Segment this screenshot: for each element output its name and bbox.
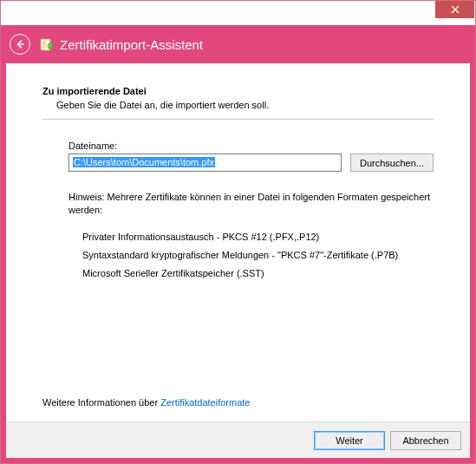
hint-text: Hinweis: Mehrere Zertifikate können in e… (68, 191, 434, 217)
header: Zertifikatimport-Assistent (1, 25, 475, 63)
divider (42, 119, 434, 120)
content: Zu importierende Datei Geben Sie die Dat… (6, 63, 470, 422)
format-item: Privater Informationsaustausch - PKCS #1… (82, 232, 434, 242)
file-label: Dateiname: (68, 141, 434, 151)
file-field: Dateiname: C:\Users\tom\Documents\tom.pf… (68, 141, 434, 191)
close-button[interactable] (435, 1, 474, 18)
file-path-value: C:\Users\tom\Documents\tom.pfx (73, 157, 215, 167)
content-wrap: Zu importierende Datei Geben Sie die Dat… (1, 63, 475, 463)
wizard-window: Zertifikatimport-Assistent Zu importiere… (0, 0, 476, 464)
certificate-icon (39, 36, 55, 52)
footer: Weiter Abbrechen (6, 422, 470, 458)
next-button[interactable]: Weiter (314, 431, 385, 450)
file-path-input[interactable]: C:\Users\tom\Documents\tom.pfx (68, 154, 342, 172)
cancel-button[interactable]: Abbrechen (390, 431, 461, 450)
more-info: Weitere Informationen über Zertifikatdat… (42, 397, 250, 408)
format-list: Privater Informationsaustausch - PKCS #1… (82, 224, 434, 286)
back-arrow-icon (15, 39, 25, 49)
svg-point-4 (43, 42, 46, 44)
browse-button[interactable]: Durchsuchen... (350, 154, 434, 172)
file-formats-link[interactable]: Zertifikatdateiformate (160, 397, 250, 408)
back-button[interactable] (10, 34, 30, 55)
format-item: Microsoft Serieller Zertifikatspeicher (… (82, 268, 434, 278)
section-subtitle: Geben Sie die Datei an, die importiert w… (56, 100, 434, 110)
format-item: Syntaxstandard kryptografischer Meldunge… (82, 250, 434, 260)
close-icon (451, 5, 460, 14)
section-title: Zu importierende Datei (42, 86, 434, 96)
more-info-prefix: Weitere Informationen über (42, 397, 160, 408)
header-title: Zertifikatimport-Assistent (60, 37, 203, 52)
titlebar (1, 1, 475, 25)
